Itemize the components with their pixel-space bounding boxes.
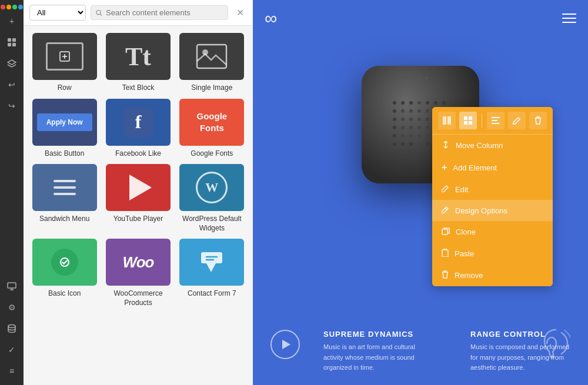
element-sandwich-menu-label: Sandwich Menu (39, 215, 89, 224)
edit-btn[interactable] (508, 112, 526, 129)
element-google-fonts[interactable]: GoogleFonts Google Fonts (178, 99, 246, 159)
bottom-menu-icon[interactable]: ≡ (2, 361, 21, 380)
element-youtube-player[interactable]: YouTube Player (104, 164, 172, 233)
element-woocommerce-label: WooCommerceProducts (113, 289, 162, 307)
element-single-image-label: Single Image (191, 83, 232, 93)
columns-btn[interactable] (438, 112, 456, 129)
contact-form-icon (198, 249, 225, 276)
elements-panel: All Basic Advanced ✕ Row (24, 0, 253, 385)
hamburger-menu[interactable] (562, 14, 576, 23)
svg-rect-13 (443, 116, 446, 125)
delete-btn[interactable] (529, 112, 547, 129)
paste-icon (442, 249, 449, 259)
element-contact-form-7[interactable]: Contact Form 7 (178, 239, 246, 307)
svg-rect-17 (464, 121, 467, 125)
basic-icon-preview (51, 249, 78, 276)
svg-rect-19 (492, 117, 500, 118)
close-button[interactable]: ✕ (233, 6, 247, 20)
plus-icon[interactable]: + (2, 12, 21, 31)
left-sidebar: + ↩ ↪ ⚙ ✓ ≡ (0, 0, 24, 385)
svg-rect-23 (442, 250, 448, 257)
elements-grid: Row Tt Text Block Single Image Apply N (24, 26, 253, 315)
align-btn[interactable] (487, 112, 505, 129)
menu-item-add-element-label: Add Element (453, 163, 496, 172)
svg-rect-21 (492, 123, 500, 124)
add-element-icon: + (442, 162, 447, 173)
menu-item-clone[interactable]: Clone (432, 221, 553, 243)
element-single-image[interactable]: Single Image (178, 33, 246, 93)
menu-item-edit-label: Edit (455, 185, 468, 194)
filter-select[interactable]: All Basic Advanced (29, 5, 86, 21)
svg-rect-15 (464, 116, 467, 120)
monitor-icon[interactable] (2, 277, 21, 296)
context-menu-items: Move Column + Add Element Edit (432, 135, 553, 286)
app-logo (1, 5, 23, 9)
element-text-block[interactable]: Tt Text Block (104, 33, 172, 93)
database-icon[interactable] (2, 319, 21, 338)
menu-item-remove-label: Remove (455, 271, 483, 280)
svg-rect-18 (469, 121, 472, 125)
play-triangle-icon (282, 340, 290, 349)
element-facebook-like-label: Facebook Like (115, 149, 161, 159)
element-contact-form-7-label: Contact Form 7 (188, 289, 236, 299)
play-button[interactable] (270, 330, 300, 359)
facebook-icon: f (123, 108, 153, 137)
wordpress-icon: W (196, 172, 228, 203)
svg-rect-3 (12, 43, 16, 46)
col-text-supreme: Music is an art form and cultural activi… (323, 342, 423, 373)
svg-point-6 (96, 10, 101, 14)
svg-rect-16 (469, 116, 472, 120)
panel-header: All Basic Advanced ✕ (24, 0, 253, 26)
redo-icon[interactable]: ↪ (2, 96, 21, 115)
toolbar-divider (482, 113, 482, 128)
element-wordpress-widgets[interactable]: W WordPress Default Widgets (178, 164, 246, 233)
menu-item-clone-label: Clone (456, 227, 476, 236)
layout-icon[interactable] (2, 33, 21, 52)
row-add-icon (58, 50, 71, 63)
svg-rect-22 (442, 229, 447, 235)
search-input[interactable] (106, 8, 223, 17)
menu-item-edit[interactable]: Edit (432, 179, 553, 200)
element-basic-button-label: Basic Button (45, 149, 84, 159)
menu-item-design-options[interactable]: Design Options (432, 200, 553, 221)
settings-icon[interactable]: ⚙ (2, 298, 21, 317)
element-text-block-label: Text Block (122, 83, 155, 93)
menu-item-move-column-label: Move Column (456, 141, 503, 150)
hamburger-line-3 (562, 22, 576, 23)
sandwich-menu-icon (54, 180, 76, 195)
element-youtube-player-label: YouTube Player (113, 215, 163, 224)
element-sandwich-menu[interactable]: Sandwich Menu (31, 164, 98, 233)
context-toolbar: Move Column + Add Element Edit (432, 107, 553, 286)
google-fonts-icon: GoogleFonts (194, 108, 229, 136)
element-basic-icon[interactable]: Basic Icon (31, 239, 98, 307)
column-active-btn[interactable] (459, 112, 477, 129)
menu-item-paste[interactable]: Paste (432, 243, 553, 265)
element-row[interactable]: Row (31, 33, 98, 93)
svg-rect-20 (492, 120, 497, 121)
svg-point-5 (8, 325, 15, 328)
text-block-icon: Tt (125, 42, 151, 72)
col-supreme-dynamics: SUPREME DYNAMICS Music is an art form an… (323, 330, 423, 373)
menu-item-add-element[interactable]: + Add Element (432, 156, 553, 179)
undo-icon[interactable]: ↩ (2, 75, 21, 94)
element-woocommerce[interactable]: Woo WooCommerceProducts (104, 239, 172, 307)
layers-icon[interactable] (2, 54, 21, 73)
brand-logo: ∞ (265, 8, 277, 28)
move-column-icon (442, 140, 450, 150)
element-basic-icon-label: Basic Icon (48, 289, 81, 299)
menu-item-move-column[interactable]: Move Column (432, 135, 553, 156)
check-icon[interactable]: ✓ (2, 340, 21, 359)
element-wordpress-widgets-label: WordPress Default Widgets (178, 215, 246, 233)
edit-menu-icon (442, 185, 449, 194)
bottom-section: SUPREME DYNAMICS Music is an art form an… (253, 318, 588, 385)
element-basic-button[interactable]: Apply Now Basic Button (31, 99, 98, 159)
toolbar-top (432, 107, 553, 135)
search-bar (91, 5, 228, 20)
hamburger-line-2 (562, 18, 576, 19)
menu-item-remove[interactable]: Remove (432, 265, 553, 286)
element-facebook-like[interactable]: f Facebook Like (104, 99, 172, 159)
design-options-icon (442, 206, 449, 215)
main-content: ∞ (253, 0, 588, 385)
remove-icon (442, 270, 449, 280)
youtube-play-icon (129, 175, 152, 200)
